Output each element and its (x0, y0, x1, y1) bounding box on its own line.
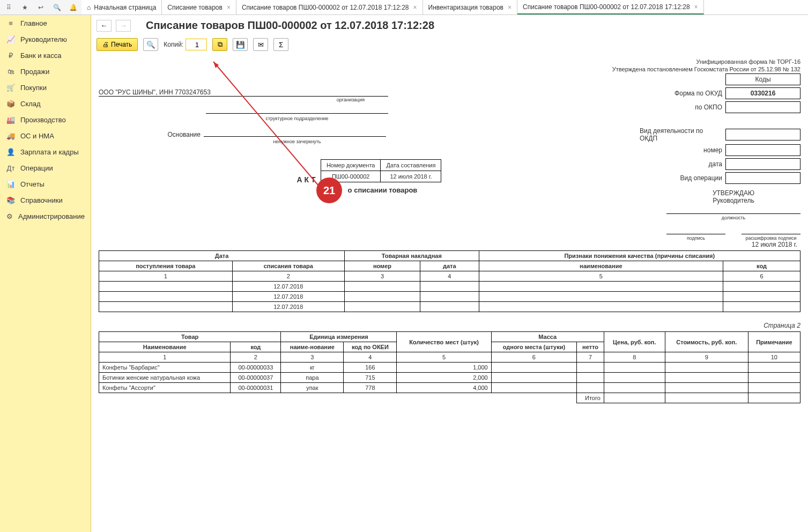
tab-label: Списание товаров (167, 4, 223, 11)
akt-label: А К Т (297, 175, 316, 186)
okud-label: Форма по ОКУД (674, 90, 725, 97)
content-area: ← → Списание товаров ПШ00-000002 от 12.0… (91, 15, 808, 532)
tab[interactable]: Списание товаров ПШ00-000002 от 12.07.20… (517, 0, 704, 14)
sidebar-item[interactable]: 🚚ОС и НМА (0, 128, 91, 144)
sidebar-label: Производство (20, 116, 66, 124)
sidebar-item[interactable]: 📚Справочники (0, 192, 91, 208)
oper-value (725, 172, 800, 184)
sidebar-label: ОС и НМА (20, 132, 54, 140)
sum-button[interactable]: Σ (273, 38, 288, 51)
sidebar-icon: 🛍 (6, 67, 15, 76)
search-icon[interactable]: 🔍 (53, 3, 61, 12)
codes-header: Коды (725, 73, 800, 85)
sidebar-item[interactable]: 📊Отчеты (0, 176, 91, 192)
sidebar-item[interactable]: ДтОперации (0, 160, 91, 176)
printer-icon: 🖨 (102, 41, 109, 48)
tab[interactable]: ⌂Начальная страница (81, 0, 162, 14)
akt-col-num: Номер документа (321, 160, 381, 171)
dept-sublabel: структурное подразделение (206, 116, 388, 121)
close-icon[interactable]: × (508, 4, 512, 11)
tab[interactable]: Списание товаров ПШ00-000002 от 12.07.20… (236, 0, 423, 14)
sidebar-label: Отчеты (20, 180, 45, 188)
approve-sign: подпись (666, 235, 725, 241)
link-icon[interactable]: ↩ (36, 3, 45, 12)
back-button[interactable]: ← (97, 20, 112, 32)
okdp-value (725, 129, 800, 141)
oper-label: Вид операции (680, 174, 725, 182)
sidebar-icon: ₽ (6, 51, 15, 60)
approve-pos: должность (666, 215, 800, 220)
table-1: ДатаТоварная накладнаяПризнаки понижения… (99, 250, 800, 312)
save-button[interactable]: 💾 (233, 38, 248, 51)
sidebar-label: Руководителю (20, 35, 67, 43)
approve-role: Руководитель (666, 197, 800, 204)
reason-sublabel: ненужное зачеркнуть (206, 139, 388, 144)
approve-title: УТВЕРЖДАЮ (666, 189, 800, 197)
sidebar-icon: 🛒 (6, 83, 15, 92)
sidebar-item[interactable]: 🏭Производство (0, 112, 91, 128)
close-icon[interactable]: × (694, 3, 698, 11)
sidebar-item[interactable]: 🛒Покупки (0, 79, 91, 95)
sidebar-icon: 👤 (6, 147, 15, 156)
tab-label: Начальная страница (94, 4, 156, 11)
sidebar-icon: Дт (6, 164, 15, 172)
close-icon[interactable]: × (413, 4, 417, 11)
sidebar-label: Главное (20, 19, 47, 27)
approve-block: УТВЕРЖДАЮ Руководитель должность подпись… (666, 189, 800, 241)
akt-val-date: 12 июля 2018 г. (381, 171, 441, 182)
sidebar-item[interactable]: 📈Руководителю (0, 31, 91, 47)
settings-button[interactable]: ⧉ (212, 38, 227, 51)
akt-box: Номер документаДата составления ПШ00-000… (321, 159, 442, 182)
form-header-1: Унифицированная форма № ТОРГ-16 (99, 58, 800, 65)
top-row: ⠿ ★ ↩ 🔍 🔔 ⌂Начальная страницаСписание то… (0, 0, 808, 15)
okdp-label: Вид деятельности по ОКДП (640, 127, 725, 142)
home-icon: ⌂ (87, 4, 91, 11)
mail-button[interactable]: ✉ (253, 38, 268, 51)
date-right: 12 июля 2018 г. (99, 241, 800, 248)
sidebar-label: Справочники (20, 196, 63, 204)
apps-icon[interactable]: ⠿ (4, 3, 13, 12)
org-sublabel: организация (206, 97, 495, 102)
sidebar-item[interactable]: ⚙Администрирование (0, 208, 91, 224)
sidebar-label: Продажи (20, 68, 49, 76)
sidebar-label: Покупки (20, 84, 47, 92)
sidebar-icon: 📊 (6, 180, 15, 188)
print-document: 21 Унифицированная форма № ТОРГ-16 Утвер… (91, 53, 808, 409)
sidebar-item[interactable]: 📦Склад (0, 95, 91, 112)
tab[interactable]: Инвентаризация товаров× (423, 0, 517, 14)
sidebar-icon: ⚙ (6, 212, 13, 220)
preview-button[interactable]: 🔍 (143, 38, 158, 51)
form-header-2: Утверждена постановлением Госкомстата Ро… (99, 66, 800, 72)
tab-label: Инвентаризация товаров (428, 4, 503, 11)
dept-line (206, 113, 388, 114)
sidebar-item[interactable]: 🛍Продажи (0, 63, 91, 79)
sidebar-item[interactable]: 👤Зарплата и кадры (0, 144, 91, 160)
sidebar-icon: ≡ (6, 19, 15, 27)
page2-label: Страница 2 (99, 322, 800, 329)
tab-label: Списание товаров ПШ00-000002 от 12.07.20… (523, 3, 690, 11)
reason-label: Основание (99, 131, 204, 138)
close-icon[interactable]: × (227, 4, 231, 11)
sidebar-item[interactable]: ≡Главное (0, 15, 91, 31)
okud-value: 0330216 (725, 87, 800, 99)
sidebar-label: Операции (20, 164, 53, 172)
approve-decode: расшифровка подписи (742, 235, 800, 241)
forward-button[interactable]: → (116, 20, 131, 32)
print-button[interactable]: 🖨 Печать (97, 38, 138, 51)
sidebar-label: Администрирование (18, 212, 85, 220)
print-label: Печать (111, 41, 132, 48)
bell-icon[interactable]: 🔔 (69, 3, 77, 12)
table-2: ТоварЕдиница измеренияКоличество мест (ш… (99, 331, 800, 403)
tab-label: Списание товаров ПШ00-000002 от 12.07.20… (242, 4, 409, 11)
sys-toolbar: ⠿ ★ ↩ 🔍 🔔 (0, 0, 81, 14)
sidebar-label: Банк и касса (20, 51, 62, 60)
command-bar: 🖨 Печать 🔍 Копий: ⧉ 💾 ✉ Σ (91, 36, 808, 53)
sidebar-label: Склад (20, 100, 41, 108)
okpo-label: по ОКПО (695, 104, 725, 111)
sidebar-icon: 🚚 (6, 131, 15, 140)
star-icon[interactable]: ★ (20, 3, 29, 12)
tab[interactable]: Списание товаров× (162, 0, 236, 14)
sidebar-item[interactable]: ₽Банк и касса (0, 47, 91, 63)
date-value (725, 158, 800, 170)
copies-input[interactable] (186, 39, 207, 50)
